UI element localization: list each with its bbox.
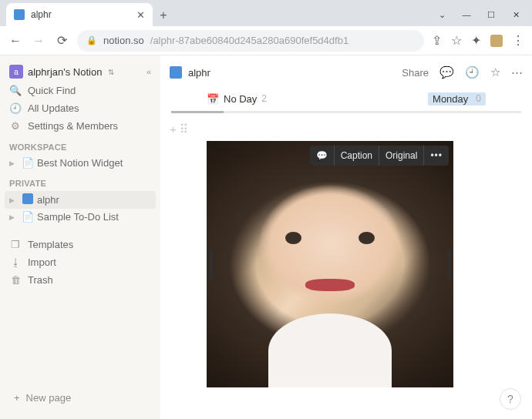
extension-avatar[interactable]	[490, 35, 503, 47]
url-path: /alphr-87abe60840d245a280a690fef5d4dfb1	[150, 35, 348, 46]
page-icon[interactable]	[170, 66, 182, 79]
browser-menu-icon[interactable]: ⋮	[512, 33, 524, 48]
disclosure-triangle-icon[interactable]: ▶	[9, 159, 19, 167]
page-content: alphr Share 💬 🕘 ☆ ⋯ 📅 No Day 2 Monday 0	[160, 55, 532, 419]
workspace-switcher[interactable]: a alphrjan's Notion ⇅ «	[5, 62, 156, 82]
settings-members[interactable]: ⚙Settings & Members	[5, 117, 156, 135]
group-count: 0	[476, 93, 481, 104]
image-toolbar: 💬 Caption Original •••	[310, 146, 449, 166]
favorite-icon[interactable]: ☆	[490, 65, 500, 79]
updates-icon[interactable]: 🕘	[465, 65, 480, 79]
image-more-button[interactable]: •••	[423, 146, 449, 166]
workspace-logo-icon: a	[9, 65, 23, 79]
resize-handle-left[interactable]	[210, 247, 213, 281]
disclosure-triangle-icon[interactable]: ▶	[9, 213, 19, 221]
lock-icon: 🔒	[86, 35, 97, 45]
templates[interactable]: ❐Templates	[5, 236, 156, 253]
maximize-icon[interactable]: ☐	[486, 10, 497, 20]
sidebar: a alphrjan's Notion ⇅ « 🔍Quick Find 🕘All…	[0, 55, 160, 419]
templates-icon: ❐	[9, 239, 22, 250]
reload-button[interactable]: ⟳	[54, 33, 69, 49]
all-updates[interactable]: 🕘All Updates	[5, 99, 156, 117]
sidebar-page-alphr[interactable]: ▶ alphr	[5, 191, 156, 209]
page-title[interactable]: alphr	[188, 67, 210, 79]
group-no-day[interactable]: 📅 No Day 2	[207, 93, 267, 105]
resize-handle-right[interactable]	[447, 247, 450, 281]
group-count: 2	[261, 93, 267, 104]
board-groups: 📅 No Day 2 Monday 0	[160, 89, 532, 108]
sidebar-page-best-notion-widget[interactable]: ▶ 📄 Best Notion Widget	[5, 155, 156, 171]
share-page-icon[interactable]: ⇪	[432, 33, 442, 48]
section-private: PRIVATE	[5, 171, 156, 191]
image-content	[207, 141, 453, 387]
bookmark-icon[interactable]: ☆	[451, 33, 462, 48]
more-menu-icon[interactable]: ⋯	[511, 65, 523, 79]
quick-find[interactable]: 🔍Quick Find	[5, 82, 156, 99]
image-caption-button[interactable]: Caption	[334, 146, 379, 166]
chevron-updown-icon: ⇅	[108, 68, 114, 76]
forward-button[interactable]: →	[31, 33, 46, 49]
close-window-icon[interactable]: ✕	[510, 10, 521, 20]
new-page-button[interactable]: + New page	[9, 387, 151, 408]
tab-close-icon[interactable]: ✕	[136, 9, 145, 21]
page-icon	[22, 193, 34, 206]
trash[interactable]: 🗑Trash	[5, 271, 156, 289]
drag-handle-icon[interactable]: ⠿	[180, 122, 188, 136]
section-workspace: WORKSPACE	[5, 135, 156, 155]
page-icon: 📄	[22, 157, 34, 169]
tab-title: alphr	[31, 9, 52, 20]
image-comment-button[interactable]: 💬	[310, 146, 334, 166]
share-button[interactable]: Share	[402, 67, 429, 79]
help-button[interactable]: ?	[500, 388, 521, 410]
window-controls: ⌄ — ☐ ✕	[436, 10, 532, 26]
collapse-sidebar-icon[interactable]: «	[146, 67, 151, 76]
back-button[interactable]: ←	[8, 33, 23, 49]
page-topbar: alphr Share 💬 🕘 ☆ ⋯	[160, 55, 532, 89]
plus-icon: +	[14, 392, 20, 404]
extensions-icon[interactable]: ✦	[471, 33, 481, 48]
page-icon: 📄	[22, 211, 34, 223]
calendar-icon: 📅	[207, 93, 219, 105]
speech-bubble-icon: 💬	[316, 150, 328, 161]
browser-tab-strip: alphr ✕ + ⌄ — ☐ ✕	[0, 0, 532, 26]
url-input[interactable]: 🔒 notion.so/alphr-87abe60840d245a280a690…	[77, 30, 424, 52]
image-original-button[interactable]: Original	[379, 146, 423, 166]
new-tab-button[interactable]: +	[153, 5, 174, 26]
chevron-down-icon[interactable]: ⌄	[436, 10, 447, 20]
clock-icon: 🕘	[9, 102, 22, 114]
workspace-name: alphrjan's Notion	[28, 66, 102, 78]
import-icon: ⭳	[9, 256, 22, 268]
comments-icon[interactable]: 💬	[439, 65, 454, 79]
browser-tab[interactable]: alphr ✕	[6, 3, 153, 26]
url-host: notion.so	[103, 35, 144, 46]
image-block[interactable]: 💬 Caption Original •••	[207, 141, 453, 387]
import[interactable]: ⭳Import	[5, 253, 156, 271]
tab-favicon	[14, 9, 25, 20]
gear-icon: ⚙	[9, 120, 22, 132]
trash-icon: 🗑	[9, 274, 22, 286]
add-block-icon[interactable]: +	[170, 122, 177, 136]
search-icon: 🔍	[9, 85, 22, 96]
sidebar-page-sample-todo[interactable]: ▶ 📄 Sample To-Do List	[5, 209, 156, 225]
disclosure-triangle-icon[interactable]: ▶	[9, 196, 19, 204]
group-monday[interactable]: Monday 0	[428, 92, 486, 106]
address-bar: ← → ⟳ 🔒 notion.so/alphr-87abe60840d245a2…	[0, 26, 532, 55]
minimize-icon[interactable]: —	[461, 10, 472, 20]
